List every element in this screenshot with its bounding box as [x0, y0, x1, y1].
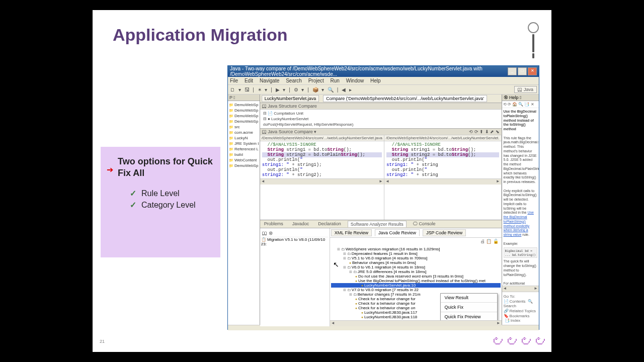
- package-tree-item[interactable]: DemoWebSphere: [229, 108, 259, 113]
- editor-tab[interactable]: LuckyNumberServlet.java: [262, 95, 319, 102]
- results-tree[interactable]: WebSphere version migration [16 results …: [330, 246, 502, 320]
- scrollbar[interactable]: [384, 178, 501, 185]
- help-goto: Go To: 📄Contents 🔍Search 🔗Related Topics…: [502, 292, 539, 325]
- tree-node[interactable]: doPost(HttpServletRequest, HttpServletRe…: [263, 122, 499, 127]
- migration-history[interactable]: 🕮 ⊗ 📋 Migration V5.1 to V8.0 (11/09/10 2…: [260, 228, 330, 326]
- tab-declaration[interactable]: Declaration: [315, 221, 344, 227]
- toolbar-icons[interactable]: 🗋 ▾ 🖫 | ✶ ▾ | ▶ ▾ | ⚙ ▾ | 📦 ▾ 🔍 | ◀ ▸: [230, 87, 353, 93]
- tab-jsp-review[interactable]: JSP Code Review: [423, 229, 466, 236]
- help-toolbar[interactable]: ⟲ ⟳ 🏠 🔍 📑 ✕: [502, 101, 539, 108]
- help-panel: ⦿ Help 🛛 ⟲ ⟳ 🏠 🔍 📑 ✕ Use the BigDecimal …: [502, 95, 539, 325]
- menu-help[interactable]: Help: [370, 78, 381, 83]
- package-tree-item[interactable]: com.acme: [229, 130, 259, 135]
- structure-compare-header: 🕮 Java Structure Compare: [260, 103, 502, 110]
- result-node[interactable]: Behavior changes [4 results in 0ms]: [331, 260, 501, 265]
- minimize-button[interactable]: _: [508, 67, 517, 75]
- slide-title: Application Migration: [113, 25, 288, 45]
- goto-search[interactable]: Search: [504, 304, 516, 308]
- tab-javadoc[interactable]: Javadoc: [290, 221, 312, 227]
- callout-item: ✓Rule Level: [130, 189, 213, 198]
- compare-right[interactable]: /DemoWebSphereWeb24/src/com/.../web/Luck…: [384, 135, 502, 220]
- help-text: This rule flags the java.math.BigDecimal…: [504, 136, 539, 184]
- package-tree-item[interactable]: src: [229, 124, 259, 130]
- menu-edit[interactable]: Edit: [245, 78, 253, 83]
- result-node[interactable]: V6.0 to V6.1 migration [4 results in 18m…: [331, 265, 501, 269]
- decorative-swirl: ౿౿౿౿: [491, 333, 547, 350]
- result-tabs[interactable]: XML File Review Java Code Review JSP Cod…: [330, 228, 502, 238]
- tree-node[interactable]: ⊟ 📄 Compilation Unit: [263, 111, 499, 116]
- package-explorer[interactable]: P 🛛 DemoWebSphereDemoWebSphereDemoWebSph…: [228, 95, 260, 325]
- lower-tabs[interactable]: Problems Javadoc Declaration Software An…: [260, 220, 502, 228]
- package-tree-item[interactable]: DemoWebSphere: [229, 113, 259, 119]
- help-example: BigDecimal bd = ... bd.toString(): [504, 247, 537, 258]
- menu-run[interactable]: Run: [331, 78, 340, 83]
- compare-left[interactable]: /DemoWebSphereWeb24/src/com/.../web/Luck…: [260, 135, 384, 220]
- scrollbar[interactable]: [502, 286, 539, 292]
- result-node[interactable]: Do not use the Java reserved word enum […: [331, 274, 501, 279]
- help-title: Use the BigDecimal toPlainString() metho…: [504, 110, 536, 131]
- package-explorer-tab[interactable]: P 🛛: [228, 95, 260, 101]
- package-tree-item[interactable]: LuckyN: [229, 135, 259, 141]
- tab-xml-review[interactable]: XML File Review: [331, 229, 372, 236]
- editor-tabs[interactable]: LuckyNumberServlet.java Compare ('DemoWe…: [260, 95, 502, 103]
- menu-bar[interactable]: File Edit Navigate Search Project Run Wi…: [228, 77, 539, 84]
- toolbar[interactable]: 🗋 ▾ 🖫 | ✶ ▾ | ▶ ▾ | ⚙ ▾ | 📦 ▾ 🔍 | ◀ ▸ 🕮 …: [228, 84, 539, 95]
- package-tree-item[interactable]: DemoWebSphere: [229, 102, 259, 108]
- result-node[interactable]: WebSphere version migration [16 results …: [331, 247, 501, 251]
- page-number: 21: [100, 339, 105, 344]
- source-compare-header: 🕮 Java Source Compare ▾: [262, 129, 317, 134]
- result-node[interactable]: V5.1 to V6.0 migration [4 results in 709…: [331, 256, 501, 260]
- help-tab[interactable]: ⦿ Help 🛛: [502, 95, 539, 101]
- goto-related[interactable]: Related Topics: [510, 309, 536, 313]
- arrow-icon: ➔: [107, 165, 113, 174]
- menu-window[interactable]: Window: [346, 78, 364, 83]
- structure-compare: 🕮 Java Structure Compare ⊟ 📄 Compilation…: [260, 103, 502, 129]
- close-button[interactable]: ✕: [528, 67, 537, 75]
- result-node[interactable]: Use the BigDecimal toPlainString() metho…: [331, 279, 501, 283]
- package-tree-item[interactable]: Referenced Li: [229, 146, 259, 152]
- goto-bookmarks[interactable]: Bookmarks: [510, 314, 530, 318]
- scrollbar[interactable]: [260, 178, 384, 185]
- perspective-java[interactable]: 🕮 Java: [514, 86, 537, 93]
- right-file-path: /DemoWebSphereWeb24/src/com/.../web/Luck…: [384, 135, 501, 141]
- result-node[interactable]: V7.0 to V8.0 migration [7 results in 22: [331, 288, 501, 292]
- ctx-quick-fix[interactable]: Quick Fix: [441, 303, 497, 311]
- ctx-quick-fix-preview[interactable]: Quick Fix Preview: [441, 313, 497, 320]
- result-node[interactable]: Deprecated features [1 result in 8ms]: [331, 251, 501, 256]
- tab-analyzer-results[interactable]: Software Analyzer Results: [348, 221, 407, 227]
- package-tree-item[interactable]: JRE System Li: [229, 141, 259, 146]
- menu-file[interactable]: File: [230, 78, 238, 83]
- package-tree-item[interactable]: build: [229, 152, 259, 157]
- editor-tab-compare[interactable]: Compare ('DemoWebSphereWeb24/src/com/...…: [323, 95, 487, 102]
- result-node[interactable]: LuckyNumberServlet.java:10: [331, 283, 501, 288]
- callout-item: ✓Category Level: [130, 200, 213, 210]
- compare-tools[interactable]: ⟲ ⟳ ⬆ ⬇ ⬈ ⬊: [469, 129, 500, 134]
- scrollbar[interactable]: [330, 320, 502, 326]
- tab-problems[interactable]: Problems: [262, 221, 286, 227]
- package-tree-item[interactable]: WebContent: [229, 157, 259, 163]
- package-tree-item[interactable]: DemoWebSphere: [229, 119, 259, 124]
- menu-search[interactable]: Search: [286, 78, 302, 83]
- tab-console[interactable]: 🖵 Console: [411, 221, 438, 227]
- ctx-view-result[interactable]: View Result: [441, 294, 497, 302]
- package-tree-item[interactable]: DemoWebSphere: [229, 163, 259, 168]
- goto-index[interactable]: Index: [511, 318, 521, 323]
- maximize-button[interactable]: □: [518, 67, 527, 75]
- help-text: For additional information on this chang…: [504, 282, 532, 286]
- result-node[interactable]: JRE 5.0 differences [4 results in 18ms]: [331, 269, 501, 274]
- window-title: Java - Two-way compare of /DemoWebSphere…: [230, 66, 508, 77]
- migration-tools[interactable]: 🕮 ⊗: [261, 229, 329, 237]
- callout-box: ➔ Two options for Quick Fix All ✓Rule Le…: [101, 147, 220, 257]
- tab-java-review[interactable]: Java Code Review: [375, 229, 420, 236]
- help-example-label: Example:: [504, 242, 518, 245]
- menu-project[interactable]: Project: [308, 78, 324, 83]
- result-tools[interactable]: 🖨 📋 🔓: [330, 238, 502, 246]
- window-titlebar[interactable]: Java - Two-way compare of /DemoWebSphere…: [228, 66, 539, 77]
- context-menu[interactable]: View Result Quick Fix Quick Fix Preview …: [440, 293, 498, 320]
- menu-navigate[interactable]: Navigate: [260, 78, 279, 83]
- ibm-logo: [526, 22, 540, 50]
- goto-contents[interactable]: Contents: [510, 299, 526, 304]
- migration-run[interactable]: 📋 Migration V5.1 to V8.0 (11/09/10 23:: [261, 237, 329, 246]
- left-file-path: /DemoWebSphereWeb24/src/com/.../web/Luck…: [260, 135, 384, 141]
- tree-node[interactable]: ⊟ ● LuckyNumberServlet: [263, 116, 499, 122]
